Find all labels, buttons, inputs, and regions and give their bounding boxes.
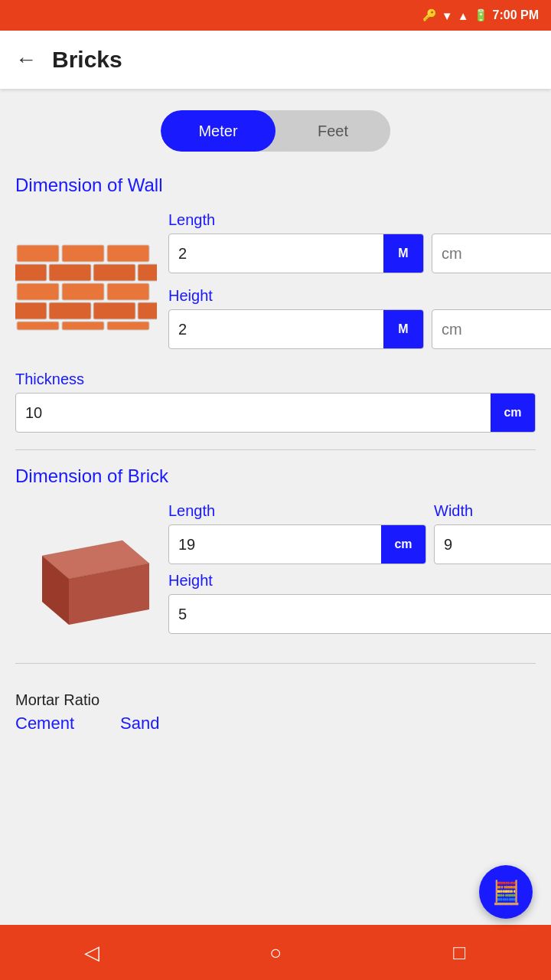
svg-rect-7 xyxy=(17,283,59,300)
brick-section: Length cm Width cm Height xyxy=(15,502,536,648)
page-title: Bricks xyxy=(52,47,122,73)
back-button[interactable]: ← xyxy=(15,47,37,72)
svg-rect-14 xyxy=(17,322,59,330)
svg-rect-16 xyxy=(107,322,149,330)
wall-fields: Length M cm Height xyxy=(168,211,551,363)
svg-rect-2 xyxy=(107,245,149,262)
brick-3d-svg xyxy=(15,525,149,640)
status-icons: 🔑 ▼ ▲ 🔋 7:00 PM xyxy=(422,8,539,22)
mortar-labels: Cement Sand xyxy=(15,714,536,733)
wall-thickness-group: Thickness cm xyxy=(15,371,536,433)
brick-length-width-row: Length cm Width cm xyxy=(168,502,551,564)
wall-height-meters-input[interactable]: M xyxy=(168,309,424,349)
svg-rect-5 xyxy=(93,264,135,281)
mortar-divider xyxy=(15,663,536,664)
mortar-title: Mortar Ratio xyxy=(15,691,536,709)
brick-height-group: Height cm xyxy=(168,572,551,634)
wall-height-cm-input[interactable]: cm xyxy=(432,309,551,349)
wall-section: Length M cm Height xyxy=(15,211,536,363)
main-content: Meter Feet Dimension of Wall xyxy=(0,89,551,740)
brick-length-field[interactable] xyxy=(169,525,381,564)
signal-icon: ▲ xyxy=(458,9,469,22)
nav-recent-button[interactable]: □ xyxy=(429,933,490,972)
wall-length-cm-input[interactable]: cm xyxy=(432,234,551,273)
wall-length-cm-field[interactable] xyxy=(432,234,551,273)
calculator-fab-button[interactable]: 🧮 xyxy=(479,865,533,919)
wall-height-meters-field[interactable] xyxy=(169,310,383,348)
unit-toggle[interactable]: Meter Feet xyxy=(161,110,390,152)
section-divider xyxy=(15,449,536,450)
status-time: 7:00 PM xyxy=(493,8,539,22)
mortar-section: Mortar Ratio Cement Sand xyxy=(15,679,536,740)
nav-recent-icon: □ xyxy=(453,941,465,965)
status-bar: 🔑 ▼ ▲ 🔋 7:00 PM xyxy=(0,0,551,31)
wall-height-cm-field[interactable] xyxy=(432,310,551,348)
brick-length-input[interactable]: cm xyxy=(168,524,426,564)
brick-wall-svg xyxy=(15,243,157,332)
cement-label: Cement xyxy=(15,714,74,733)
svg-rect-12 xyxy=(93,302,135,319)
wall-height-inputs: M cm xyxy=(168,309,551,349)
wall-thickness-unit-badge: cm xyxy=(491,394,535,432)
brick-height-field[interactable] xyxy=(169,595,551,633)
nav-back-icon: ◁ xyxy=(84,941,99,965)
brick-length-col: Length cm xyxy=(168,502,426,564)
wall-thickness-field[interactable] xyxy=(16,394,491,432)
svg-rect-6 xyxy=(138,264,157,281)
svg-rect-11 xyxy=(49,302,91,319)
brick-length-unit: cm xyxy=(381,525,425,564)
wall-height-group: Height M cm xyxy=(168,287,551,349)
wall-height-label: Height xyxy=(168,287,551,305)
wall-section-title: Dimension of Wall xyxy=(15,175,536,196)
nav-home-button[interactable]: ○ xyxy=(245,933,306,972)
brick-wall-image xyxy=(15,211,161,335)
key-icon: 🔑 xyxy=(422,8,437,22)
unit-toggle-container: Meter Feet xyxy=(15,110,536,152)
bottom-nav: ◁ ○ □ xyxy=(0,925,551,980)
brick-width-input[interactable]: cm xyxy=(434,524,551,564)
calculator-icon: 🧮 xyxy=(492,879,520,906)
wall-length-inputs: M cm xyxy=(168,234,551,273)
brick-width-field[interactable] xyxy=(435,525,551,564)
svg-rect-0 xyxy=(17,245,59,262)
wall-height-m-badge: M xyxy=(383,310,423,348)
svg-rect-9 xyxy=(107,283,149,300)
wall-thickness-input[interactable]: cm xyxy=(15,393,536,433)
brick-width-label: Width xyxy=(434,502,551,520)
svg-rect-8 xyxy=(62,283,104,300)
top-bar: ← Bricks xyxy=(0,31,551,89)
svg-rect-1 xyxy=(62,245,104,262)
nav-back-button[interactable]: ◁ xyxy=(61,933,122,972)
brick-height-label: Height xyxy=(168,572,551,590)
wall-length-m-badge: M xyxy=(383,234,423,273)
wall-thickness-label: Thickness xyxy=(15,371,536,388)
meter-toggle-btn[interactable]: Meter xyxy=(161,110,276,152)
wall-length-label: Length xyxy=(168,211,551,229)
brick-height-input[interactable]: cm xyxy=(168,594,551,634)
feet-toggle-btn[interactable]: Feet xyxy=(276,110,390,152)
brick-3d-image xyxy=(15,502,161,643)
wall-length-meters-field[interactable] xyxy=(169,234,383,273)
brick-width-col: Width cm xyxy=(434,502,551,564)
svg-rect-13 xyxy=(138,302,157,319)
svg-rect-10 xyxy=(15,302,47,319)
svg-rect-4 xyxy=(49,264,91,281)
brick-section-title: Dimension of Brick xyxy=(15,466,536,487)
svg-rect-3 xyxy=(15,264,47,281)
wifi-icon: ▼ xyxy=(442,9,453,22)
sand-label: Sand xyxy=(120,714,159,733)
brick-fields: Length cm Width cm Height xyxy=(168,502,551,648)
svg-rect-15 xyxy=(62,322,104,330)
wall-length-group: Length M cm xyxy=(168,211,551,273)
nav-home-icon: ○ xyxy=(269,941,282,965)
brick-length-label: Length xyxy=(168,502,426,520)
wall-length-meters-input[interactable]: M xyxy=(168,234,424,273)
battery-icon: 🔋 xyxy=(474,8,488,22)
